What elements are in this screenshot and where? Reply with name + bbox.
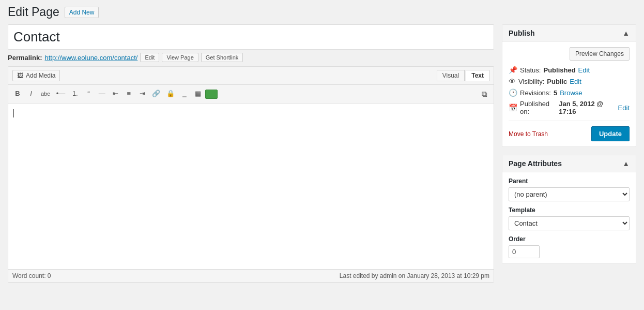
editor-footer: Word count: 0 Last edited by admin on Ja… bbox=[8, 269, 494, 282]
revisions-row: 🕐 Revisions: 5 Browse bbox=[509, 88, 630, 97]
bold-button[interactable]: B bbox=[11, 87, 24, 100]
view-page-button[interactable]: View Page bbox=[162, 53, 198, 62]
editor-box: 🖼 Add Media Visual Text B I abc •— 1. “ bbox=[8, 66, 494, 283]
strikethrough-button[interactable]: abc bbox=[38, 88, 53, 99]
order-label: Order bbox=[509, 235, 630, 243]
editor-area: Permalink: http://www.eolune.com/contact… bbox=[8, 24, 494, 283]
parent-select[interactable]: (no parent) bbox=[509, 187, 630, 201]
revisions-label: Revisions: bbox=[520, 89, 551, 97]
permalink-row: Permalink: http://www.eolune.com/contact… bbox=[8, 53, 494, 62]
page-attributes-box: Page Attributes ▲ Parent (no parent) Tem… bbox=[502, 155, 636, 264]
permalink-label: Permalink: bbox=[8, 54, 42, 62]
status-label: Status: bbox=[520, 66, 541, 74]
published-on-edit-link[interactable]: Edit bbox=[618, 104, 630, 112]
fullscreen-button[interactable]: ⧉ bbox=[478, 87, 490, 101]
publish-box-header: Publish ▲ bbox=[502, 25, 636, 42]
insert-button[interactable]: ⎯ bbox=[178, 87, 191, 100]
publish-box-title: Publish bbox=[509, 29, 535, 37]
parent-label: Parent bbox=[509, 178, 630, 185]
word-count: Word count: 0 bbox=[12, 272, 51, 279]
publish-collapse-button[interactable]: ▲ bbox=[622, 29, 630, 37]
status-icon: 📌 bbox=[509, 66, 517, 74]
published-on-value: Jan 5, 2012 @ 17:16 bbox=[559, 100, 615, 115]
template-label: Template bbox=[509, 206, 630, 214]
editor-content[interactable] bbox=[8, 104, 494, 269]
revisions-count: 5 bbox=[554, 89, 557, 97]
published-on-row: 📅 Published on: Jan 5, 2012 @ 17:16 Edit bbox=[509, 100, 630, 115]
revisions-browse-link[interactable]: Browse bbox=[560, 89, 582, 97]
last-edited: Last edited by admin on January 28, 2013… bbox=[340, 272, 489, 279]
view-tabs: Visual Text bbox=[437, 70, 489, 81]
template-select[interactable]: ContactDefault Template bbox=[509, 216, 630, 230]
attributes-collapse-button[interactable]: ▲ bbox=[622, 159, 630, 168]
align-center-button[interactable]: ≡ bbox=[122, 87, 135, 100]
hr-button[interactable]: — bbox=[96, 87, 108, 100]
link-button[interactable]: 🔗 bbox=[149, 87, 163, 100]
ol-button[interactable]: 1. bbox=[69, 87, 81, 100]
green-button[interactable] bbox=[205, 90, 218, 99]
page-title-input[interactable] bbox=[8, 24, 494, 50]
get-shortlink-button[interactable]: Get Shortlink bbox=[201, 53, 243, 62]
visibility-row: 👁 Visibility: Public Edit bbox=[509, 77, 630, 85]
word-count-label: Word count: bbox=[12, 272, 45, 279]
media-icon: 🖼 bbox=[17, 72, 23, 79]
word-count-value: 0 bbox=[48, 272, 51, 279]
update-button[interactable]: Update bbox=[591, 126, 630, 141]
align-right-button[interactable]: ⇥ bbox=[136, 87, 148, 100]
order-input[interactable] bbox=[509, 245, 540, 258]
tab-visual[interactable]: Visual bbox=[437, 70, 465, 81]
publish-box-body: Preview Changes 📌 Status: Published Edit… bbox=[502, 42, 636, 146]
preview-changes-button[interactable]: Preview Changes bbox=[570, 47, 630, 61]
page-attributes-header: Page Attributes ▲ bbox=[502, 155, 636, 172]
move-to-trash-link[interactable]: Move to Trash bbox=[509, 130, 548, 138]
add-new-button[interactable]: Add New bbox=[65, 7, 99, 18]
visibility-edit-link[interactable]: Edit bbox=[570, 78, 581, 85]
editor-top-bar: 🖼 Add Media Visual Text bbox=[8, 67, 494, 85]
ul-button[interactable]: •— bbox=[54, 87, 68, 100]
page-attributes-body: Parent (no parent) Template ContactDefau… bbox=[502, 172, 636, 263]
editor-toolbar: B I abc •— 1. “ — ⇤ ≡ ⇥ 🔗 🔒 ⎯ ▦ ⧉ bbox=[8, 85, 494, 104]
publish-actions: Move to Trash Update bbox=[509, 121, 630, 141]
visibility-value: Public bbox=[547, 78, 567, 85]
preview-changes-wrapper: Preview Changes bbox=[509, 47, 630, 61]
page-attributes-title: Page Attributes bbox=[509, 159, 562, 168]
table-button[interactable]: ▦ bbox=[192, 87, 204, 100]
permalink-url[interactable]: http://www.eolune.com/contact/ bbox=[44, 54, 137, 62]
unlink-button[interactable]: 🔒 bbox=[164, 87, 177, 100]
permalink-edit-button[interactable]: Edit bbox=[140, 53, 159, 62]
italic-button[interactable]: I bbox=[25, 87, 37, 100]
status-edit-link[interactable]: Edit bbox=[578, 66, 590, 74]
visibility-icon: 👁 bbox=[509, 77, 516, 85]
status-value: Published bbox=[543, 66, 575, 74]
revisions-icon: 🕐 bbox=[509, 88, 517, 97]
published-icon: 📅 bbox=[509, 104, 517, 112]
blockquote-button[interactable]: “ bbox=[82, 87, 95, 100]
status-row: 📌 Status: Published Edit bbox=[509, 66, 630, 74]
align-left-button[interactable]: ⇤ bbox=[109, 87, 121, 100]
publish-box: Publish ▲ Preview Changes 📌 Status: Publ… bbox=[502, 24, 636, 147]
page-title: Edit Page bbox=[8, 5, 59, 19]
add-media-button[interactable]: 🖼 Add Media bbox=[12, 70, 60, 81]
tab-text[interactable]: Text bbox=[466, 70, 489, 81]
published-on-label: Published on: bbox=[520, 100, 556, 115]
visibility-label: Visibility: bbox=[518, 78, 544, 85]
sidebar: Publish ▲ Preview Changes 📌 Status: Publ… bbox=[502, 24, 636, 272]
add-media-label: Add Media bbox=[26, 72, 55, 79]
